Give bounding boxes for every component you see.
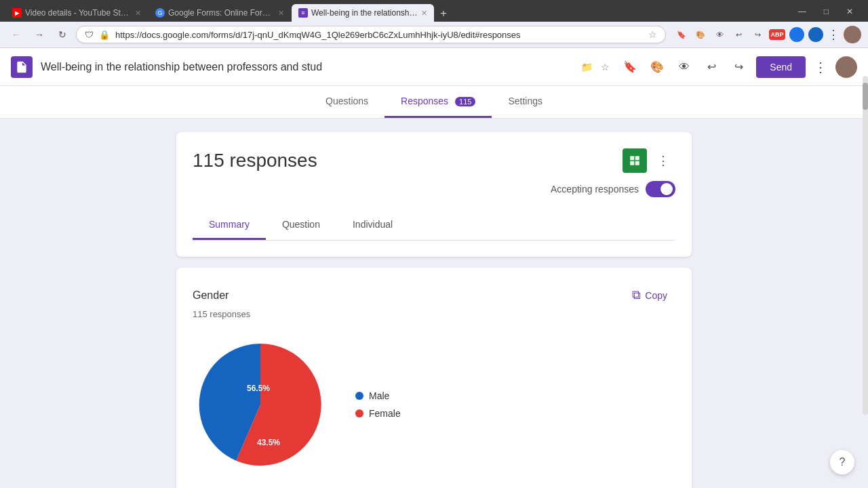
undo-browser-icon[interactable]: ↩ bbox=[731, 27, 746, 42]
new-tab-button[interactable]: + bbox=[435, 5, 452, 22]
folder-icon[interactable]: 📁 bbox=[581, 62, 593, 73]
copy-button[interactable]: ⧉ Copy bbox=[624, 284, 675, 306]
question-title: Gender bbox=[193, 289, 229, 302]
sub-tab-individual[interactable]: Individual bbox=[336, 211, 409, 240]
forms-active-icon: ≡ bbox=[298, 8, 308, 18]
tab-wellbeing[interactable]: ≡ Well-being in the relationship b... ✕ bbox=[292, 4, 434, 22]
tab-label-gf: Google Forms: Online Form Cre... bbox=[168, 8, 275, 18]
user-avatar[interactable] bbox=[835, 56, 857, 78]
legend-male: Male bbox=[355, 390, 401, 401]
scrollbar-thumb[interactable] bbox=[863, 83, 868, 110]
copy-icon: ⧉ bbox=[632, 288, 641, 302]
scrollbar[interactable] bbox=[863, 76, 868, 415]
tab-responses[interactable]: Responses 115 bbox=[384, 86, 492, 118]
gender-card: Gender ⧉ Copy 115 responses bbox=[176, 268, 692, 488]
help-icon: ? bbox=[840, 456, 846, 468]
bookmark-browser-icon[interactable]: 🔖 bbox=[674, 27, 689, 42]
pie-chart: 56.5% 43.5% bbox=[193, 337, 328, 472]
url-text[interactable]: https://docs.google.com/forms/d/17j-qnU_… bbox=[115, 30, 643, 40]
tab-youtube-studio[interactable]: ▶ Video details - YouTube Studio ✕ bbox=[5, 4, 148, 22]
palette-icon[interactable]: 🎨 bbox=[645, 55, 669, 79]
back-button[interactable]: ← bbox=[7, 25, 26, 44]
app-header: Well-being in the relationship between p… bbox=[0, 48, 868, 86]
chart-legend: Male Female bbox=[355, 390, 401, 419]
svg-rect-3 bbox=[630, 156, 634, 160]
bookmark-icon[interactable]: 🔖 bbox=[618, 55, 642, 79]
male-label: Male bbox=[369, 390, 389, 401]
sheets-icon-button[interactable] bbox=[623, 148, 647, 173]
app-title: Well-being in the relationship between p… bbox=[41, 61, 573, 73]
pie-chart-container: 56.5% 43.5% bbox=[193, 337, 328, 472]
tab-questions[interactable]: Questions bbox=[309, 86, 384, 118]
responses-badge: 115 bbox=[455, 97, 475, 106]
legend-female: Female bbox=[355, 408, 401, 419]
close-tab-yt[interactable]: ✕ bbox=[135, 9, 141, 18]
more-options-responses-icon[interactable]: ⋮ bbox=[651, 148, 675, 173]
copy-label: Copy bbox=[645, 290, 667, 301]
address-bar: ← → ↻ 🛡 🔒 https://docs.google.com/forms/… bbox=[0, 22, 868, 48]
svg-rect-6 bbox=[635, 161, 639, 165]
minimize-button[interactable]: — bbox=[793, 5, 812, 18]
redo-icon[interactable]: ↪ bbox=[726, 55, 751, 79]
responses-count: 115 responses bbox=[193, 150, 317, 171]
tab-google-forms[interactable]: G Google Forms: Online Form Cre... ✕ bbox=[149, 4, 291, 22]
sub-tab-question[interactable]: Question bbox=[266, 211, 336, 240]
maximize-button[interactable]: □ bbox=[818, 5, 834, 18]
app-logo bbox=[11, 56, 33, 78]
chart-area: 56.5% 43.5% Male Female bbox=[193, 330, 675, 479]
eye-preview-icon[interactable]: 👁 bbox=[672, 55, 696, 79]
undo-icon[interactable]: ↩ bbox=[699, 55, 724, 79]
accepting-toggle[interactable] bbox=[646, 181, 675, 197]
svg-rect-4 bbox=[635, 156, 639, 160]
bookmark-star-icon[interactable]: ☆ bbox=[648, 29, 657, 40]
google-forms-icon: G bbox=[155, 8, 165, 18]
accepting-label: Accepting responses bbox=[551, 184, 639, 195]
tab-label-wb: Well-being in the relationship b... bbox=[311, 8, 418, 18]
lock-icon: 🔒 bbox=[99, 30, 110, 40]
sub-tab-summary[interactable]: Summary bbox=[193, 211, 266, 240]
close-tab-gf[interactable]: ✕ bbox=[278, 9, 284, 18]
male-pct-label: 43.5% bbox=[257, 438, 280, 447]
redo-browser-icon[interactable]: ↪ bbox=[750, 27, 765, 42]
female-pct-label: 56.5% bbox=[247, 384, 270, 393]
palette-browser-icon[interactable]: 🎨 bbox=[693, 27, 708, 42]
send-button[interactable]: Send bbox=[756, 56, 806, 78]
more-options-icon[interactable]: ⋮ bbox=[808, 55, 833, 79]
extensions-menu-icon[interactable]: ⋮ bbox=[827, 27, 840, 42]
help-button[interactable]: ? bbox=[830, 450, 854, 474]
nav-tabs: Questions Responses 115 Settings bbox=[0, 86, 868, 119]
main-content: 115 responses ⋮ Accepting response bbox=[0, 119, 868, 488]
female-label: Female bbox=[369, 408, 401, 419]
male-dot bbox=[355, 392, 363, 400]
close-tab-wb[interactable]: ✕ bbox=[421, 9, 427, 18]
tab-label-yt: Video details - YouTube Studio bbox=[25, 8, 132, 18]
svg-rect-5 bbox=[630, 161, 634, 165]
browser-profile-avatar[interactable] bbox=[844, 26, 861, 43]
response-count: 115 responses bbox=[193, 309, 675, 319]
eyedropper-browser-icon[interactable]: 👁 bbox=[712, 27, 727, 42]
refresh-button[interactable]: ↻ bbox=[53, 25, 72, 44]
url-bar[interactable]: 🛡 🔒 https://docs.google.com/forms/d/17j-… bbox=[76, 26, 666, 43]
star-icon[interactable]: ☆ bbox=[601, 62, 610, 73]
shield-icon: 🛡 bbox=[85, 30, 94, 40]
extension-2-icon[interactable] bbox=[808, 27, 823, 42]
tab-settings[interactable]: Settings bbox=[492, 86, 559, 118]
extension-1-icon[interactable] bbox=[789, 27, 804, 42]
sub-tabs: Summary Question Individual bbox=[193, 211, 675, 241]
responses-card: 115 responses ⋮ Accepting response bbox=[176, 132, 692, 257]
forward-button[interactable]: → bbox=[30, 25, 49, 44]
abp-extension-icon[interactable]: ABP bbox=[769, 29, 785, 40]
female-dot bbox=[355, 409, 363, 418]
youtube-icon: ▶ bbox=[12, 8, 22, 18]
close-window-button[interactable]: ✕ bbox=[841, 5, 859, 18]
